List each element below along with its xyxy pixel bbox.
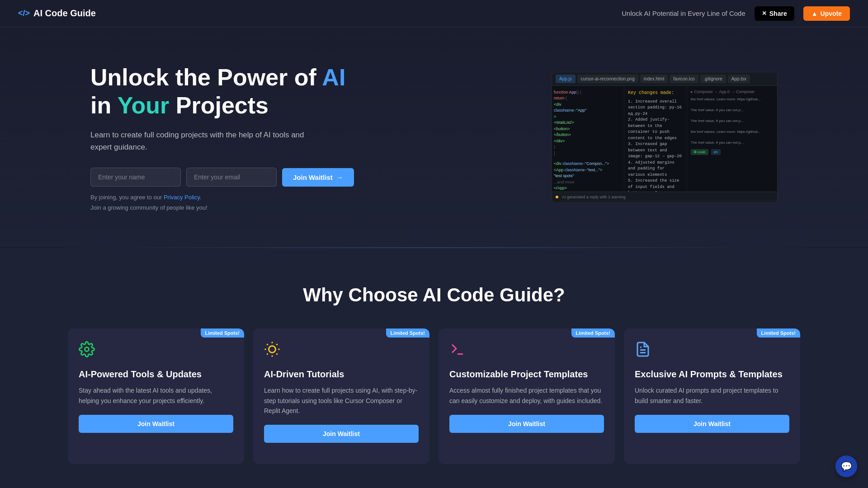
hero-title-part3: Projects — [169, 92, 269, 118]
svg-line-4 — [267, 344, 268, 345]
privacy-policy-link[interactable]: Privacy Policy — [164, 194, 200, 201]
hero-privacy-text: By joining, you agree to our Privacy Pol… — [90, 194, 354, 201]
code-bottom-bar: AI generated a reply with 1 warning — [552, 192, 777, 202]
logo-code-icon: </> — [18, 9, 30, 18]
why-section: Why Choose AI Code Guide? Limited Spots!… — [0, 248, 868, 488]
card-badge-3: Limited Spots! — [757, 328, 800, 338]
svg-point-0 — [85, 347, 89, 352]
card-join-button-0[interactable]: Join Waitlist — [79, 415, 233, 433]
svg-line-5 — [277, 354, 278, 355]
upvote-label: Upvote — [821, 10, 842, 17]
svg-line-9 — [277, 344, 278, 345]
code-sidebar: function App() { return ( <div className… — [552, 86, 624, 202]
card-title-1: AI-Driven Tutorials — [264, 368, 419, 380]
card-icon-3 — [635, 341, 789, 361]
hero-title-accent-ai: AI — [322, 64, 345, 90]
hero-community-text: Join a growing community of people like … — [90, 204, 354, 211]
name-input[interactable] — [90, 168, 181, 187]
card-join-button-2[interactable]: Join Waitlist — [449, 415, 604, 433]
x-icon: ✕ — [762, 10, 767, 17]
chat-icon: 💬 — [841, 461, 852, 472]
card-badge-1: Limited Spots! — [386, 328, 429, 338]
code-right-panel: ▸ Composer → App.0 → Composer the href v… — [687, 86, 777, 202]
card-join-button-3[interactable]: Join Waitlist — [635, 415, 789, 433]
code-tab-gitignore[interactable]: .gitignore — [700, 75, 726, 83]
code-tab-favicon[interactable]: favicon.ico — [670, 75, 698, 83]
code-tab-cursor[interactable]: cursor-ai-reconnection.png — [577, 75, 638, 83]
card-desc-1: Learn how to create full projects using … — [264, 385, 419, 416]
warning-dot — [556, 196, 558, 198]
share-button[interactable]: ✕ Share — [755, 6, 794, 21]
hero-title-part1: Unlock the Power of — [90, 64, 322, 90]
card-badge-0: Limited Spots! — [201, 328, 244, 338]
code-status-text: AI generated a reply with 1 warning — [562, 195, 626, 199]
code-tab-apptsx[interactable]: App.tsx — [728, 75, 750, 83]
card-title-3: Exclusive AI Prompts & Templates — [635, 368, 789, 380]
hero-section: Unlock the Power of AI in Your Projects … — [0, 27, 868, 247]
code-main-panel: Key changes made: 1. Increased overall s… — [624, 86, 687, 202]
chat-bubble[interactable]: 💬 — [835, 455, 857, 477]
card-desc-0: Stay ahead with the latest AI tools and … — [79, 385, 233, 406]
why-title: Why Choose AI Code Guide? — [68, 284, 800, 306]
arrow-icon — [336, 174, 343, 181]
hero-title-part2: in — [90, 92, 118, 118]
navbar-tagline: Unlock AI Potential in Every Line of Cod… — [622, 9, 745, 17]
cards-grid: Limited Spots! AI-Powered Tools & Update… — [68, 328, 800, 464]
card-badge-2: Limited Spots! — [571, 328, 615, 338]
hero-right: App.js cursor-ai-reconnection.png index.… — [552, 72, 778, 203]
card-1: Limited Spots! AI-Driven Tutorials Learn… — [253, 328, 429, 464]
navbar-right: Unlock AI Potential in Every Line of Cod… — [622, 6, 850, 21]
card-3: Limited Spots! Exclusive AI Prompts & Te… — [624, 328, 800, 464]
hero-left: Unlock the Power of AI in Your Projects … — [90, 63, 354, 211]
logo-text: AI Code Guide — [33, 8, 96, 19]
card-icon-2 — [449, 341, 604, 361]
upvote-button[interactable]: ▲ Upvote — [803, 6, 850, 21]
card-title-0: AI-Powered Tools & Updates — [79, 368, 233, 380]
join-waitlist-label: Join Waitlist — [293, 174, 333, 181]
navbar: </> AI Code Guide Unlock AI Potential in… — [0, 0, 868, 27]
svg-point-1 — [269, 346, 276, 353]
code-tab-index[interactable]: index.html — [640, 75, 668, 83]
card-2: Limited Spots! Customizable Project Temp… — [439, 328, 615, 464]
join-waitlist-button[interactable]: Join Waitlist — [282, 168, 354, 187]
hero-title-accent-your: Your — [118, 92, 170, 118]
hero-title: Unlock the Power of AI in Your Projects — [90, 63, 354, 120]
svg-line-8 — [267, 354, 268, 355]
code-preview: App.js cursor-ai-reconnection.png index.… — [552, 72, 778, 203]
card-join-button-1[interactable]: Join Waitlist — [264, 425, 419, 443]
code-tabs: App.js cursor-ai-reconnection.png index.… — [552, 72, 777, 86]
card-desc-2: Access almost fully finished project tem… — [449, 385, 604, 406]
share-label: Share — [769, 10, 787, 17]
card-icon-1 — [264, 341, 419, 361]
email-input[interactable] — [186, 168, 277, 187]
card-icon-0 — [79, 341, 233, 361]
hero-subtitle: Learn to create full coding projects wit… — [90, 129, 316, 153]
hero-form: Join Waitlist — [90, 168, 354, 187]
card-0: Limited Spots! AI-Powered Tools & Update… — [68, 328, 244, 464]
code-tab-appjs[interactable]: App.js — [556, 75, 576, 83]
card-desc-3: Unlock curated AI prompts and project te… — [635, 385, 789, 406]
card-title-2: Customizable Project Templates — [449, 368, 604, 380]
upvote-icon: ▲ — [811, 10, 818, 17]
navbar-logo: </> AI Code Guide — [18, 8, 96, 19]
code-body: function App() { return ( <div className… — [552, 86, 777, 202]
